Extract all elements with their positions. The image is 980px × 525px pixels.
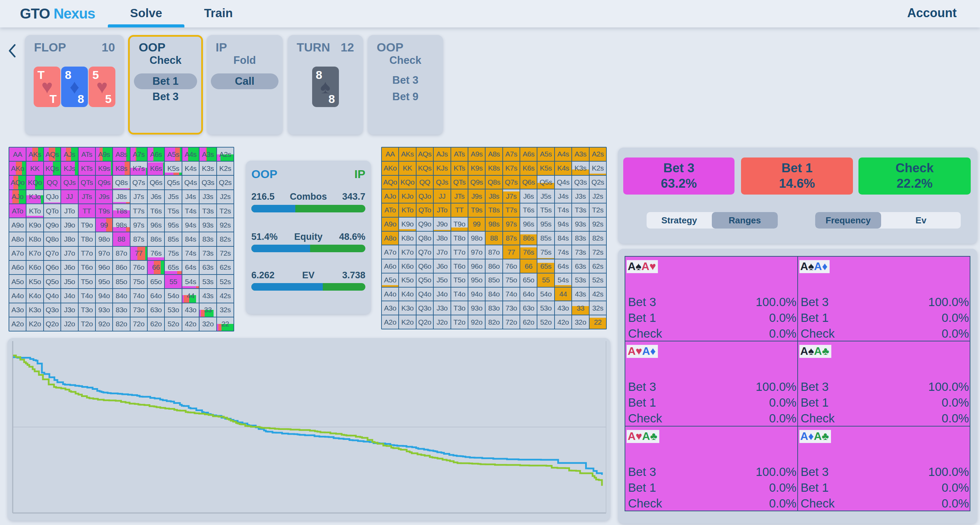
- strategy-cell-76s[interactable]: 76s: [148, 247, 164, 260]
- range-cell-Q7o[interactable]: Q7o: [417, 245, 433, 259]
- strategy-cell-QQ[interactable]: QQ: [44, 176, 60, 189]
- strategy-cell-A8o[interactable]: A8o: [9, 232, 26, 246]
- range-cell-K7o[interactable]: K7o: [399, 245, 415, 259]
- tree-node-oop-4[interactable]: OOPCheckBet 3Bet 9: [368, 35, 443, 135]
- strategy-cell-87o[interactable]: 87o: [113, 247, 129, 260]
- range-cell-54s[interactable]: 54s: [555, 273, 571, 287]
- strategy-cell-94o[interactable]: 94o: [96, 289, 112, 302]
- range-cell-T9o[interactable]: T9o: [451, 217, 468, 231]
- strategy-cell-QJo[interactable]: QJo: [44, 190, 60, 203]
- strategy-cell-62s[interactable]: 62s: [217, 261, 234, 274]
- range-cell-AKo[interactable]: AKo: [382, 162, 398, 175]
- strategy-cell-84o[interactable]: 84o: [113, 289, 129, 302]
- strategy-cell-92s[interactable]: 92s: [217, 218, 234, 232]
- range-cell-A6s[interactable]: A6s: [520, 148, 537, 161]
- range-cell-AJs[interactable]: AJs: [434, 148, 450, 161]
- strategy-cell-QTs[interactable]: QTs: [79, 176, 95, 189]
- strategy-cell-JTo[interactable]: JTo: [61, 204, 78, 217]
- strategy-cell-T7s[interactable]: T7s: [130, 204, 147, 217]
- range-cell-55[interactable]: 55: [538, 273, 554, 287]
- strategy-cell-J9s[interactable]: J9s: [96, 190, 112, 203]
- range-cell-K9o[interactable]: K9o: [399, 217, 415, 231]
- tree-node-ip-2[interactable]: IPFoldCall: [207, 35, 283, 135]
- strategy-cell-93s[interactable]: 93s: [199, 218, 216, 232]
- strategy-cell-96o[interactable]: 96o: [96, 261, 112, 274]
- strategy-cell-A4o[interactable]: A4o: [9, 289, 26, 302]
- range-cell-72s[interactable]: 72s: [590, 245, 606, 259]
- range-cell-J2s[interactable]: J2s: [590, 189, 606, 203]
- strategy-cell-AQo[interactable]: AQo: [9, 176, 26, 189]
- range-cell-A6o[interactable]: A6o: [382, 259, 398, 273]
- strategy-cell-A4s[interactable]: A4s: [182, 148, 199, 161]
- strategy-cell-77[interactable]: 77: [130, 247, 147, 260]
- range-cell-T9s[interactable]: T9s: [468, 203, 485, 217]
- strategy-cell-93o[interactable]: 93o: [96, 303, 112, 317]
- strategy-cell-32s[interactable]: 32s: [217, 303, 234, 317]
- strategy-cell-T6o[interactable]: T6o: [79, 261, 95, 274]
- range-cell-J9o[interactable]: J9o: [434, 217, 450, 231]
- strategy-cell-T7o[interactable]: T7o: [79, 247, 95, 260]
- range-cell-A2s[interactable]: A2s: [590, 148, 606, 161]
- range-cell-97o[interactable]: 97o: [468, 245, 485, 259]
- strategy-cell-J8s[interactable]: J8s: [113, 190, 129, 203]
- strategy-cell-T2s[interactable]: T2s: [217, 204, 234, 217]
- strategy-cell-J7s[interactable]: J7s: [130, 190, 147, 203]
- metric-toggle-ev[interactable]: Ev: [881, 212, 961, 228]
- strategy-cell-T6s[interactable]: T6s: [148, 204, 164, 217]
- range-cell-92o[interactable]: 92o: [468, 316, 485, 329]
- strategy-cell-AQs[interactable]: AQs: [44, 148, 60, 161]
- strategy-cell-A2s[interactable]: A2s: [217, 148, 234, 161]
- strategy-cell-88[interactable]: 88: [113, 232, 129, 246]
- range-cell-98s[interactable]: 98s: [485, 217, 502, 231]
- range-cell-J4s[interactable]: J4s: [555, 189, 571, 203]
- range-cell-62o[interactable]: 62o: [520, 316, 537, 329]
- range-cell-Q4s[interactable]: Q4s: [555, 176, 571, 189]
- range-cell-K4s[interactable]: K4s: [555, 162, 571, 175]
- strategy-cell-75o[interactable]: 75o: [130, 275, 147, 288]
- strategy-cell-75s[interactable]: 75s: [165, 247, 181, 260]
- strategy-cell-Q4o[interactable]: Q4o: [44, 289, 60, 302]
- tree-node-flop-0[interactable]: FLOP10T♥T8♦85♥5: [25, 35, 124, 135]
- strategy-cell-99[interactable]: 99: [96, 218, 112, 232]
- range-cell-J8s[interactable]: J8s: [485, 189, 502, 203]
- range-cell-98o[interactable]: 98o: [468, 232, 485, 245]
- range-cell-JTo[interactable]: JTo: [434, 203, 450, 217]
- strategy-cell-Q7o[interactable]: Q7o: [44, 247, 60, 260]
- strategy-cell-A5o[interactable]: A5o: [9, 275, 26, 288]
- strategy-cell-42s[interactable]: 42s: [217, 289, 234, 302]
- range-cell-85s[interactable]: 85s: [538, 232, 554, 245]
- tree-action-bet-3[interactable]: Bet 3: [372, 73, 439, 86]
- strategy-cell-53o[interactable]: 53o: [165, 303, 181, 317]
- strategy-cell-95o[interactable]: 95o: [96, 275, 112, 288]
- strategy-cell-AJo[interactable]: AJo: [9, 190, 26, 203]
- strategy-cell-J8o[interactable]: J8o: [61, 232, 78, 246]
- strategy-cell-J4o[interactable]: J4o: [61, 289, 78, 302]
- strategy-cell-Q3s[interactable]: Q3s: [199, 176, 216, 189]
- range-cell-62s[interactable]: 62s: [590, 259, 606, 273]
- action-frequency-button-bet-1[interactable]: Bet 114.6%: [741, 157, 853, 195]
- strategy-cell-K2o[interactable]: K2o: [26, 317, 43, 331]
- range-cell-53o[interactable]: 53o: [538, 301, 554, 315]
- range-cell-J2o[interactable]: J2o: [434, 316, 450, 329]
- view-toggle-strategy[interactable]: Strategy: [647, 212, 712, 228]
- strategy-cell-T9s[interactable]: T9s: [96, 204, 112, 217]
- range-cell-QTs[interactable]: QTs: [451, 176, 468, 189]
- range-cell-Q9s[interactable]: Q9s: [468, 176, 485, 189]
- strategy-cell-K9s[interactable]: K9s: [96, 162, 112, 175]
- strategy-cell-T4o[interactable]: T4o: [79, 289, 95, 302]
- tree-action-bet-1[interactable]: Bet 1: [134, 73, 197, 89]
- strategy-cell-22[interactable]: 22: [217, 317, 234, 331]
- strategy-cell-K3s[interactable]: K3s: [199, 162, 216, 175]
- range-cell-KJs[interactable]: KJs: [434, 162, 450, 175]
- range-cell-J8o[interactable]: J8o: [434, 232, 450, 245]
- strategy-cell-92o[interactable]: 92o: [96, 317, 112, 331]
- range-cell-J7s[interactable]: J7s: [503, 189, 520, 203]
- strategy-cell-82s[interactable]: 82s: [217, 232, 234, 246]
- range-cell-22[interactable]: 22: [590, 316, 606, 329]
- range-cell-T2o[interactable]: T2o: [451, 316, 468, 329]
- range-cell-87o[interactable]: 87o: [485, 245, 502, 259]
- range-cell-52o[interactable]: 52o: [538, 316, 554, 329]
- strategy-cell-AJs[interactable]: AJs: [61, 148, 78, 161]
- tab-solve[interactable]: Solve: [108, 0, 185, 27]
- strategy-cell-98o[interactable]: 98o: [96, 232, 112, 246]
